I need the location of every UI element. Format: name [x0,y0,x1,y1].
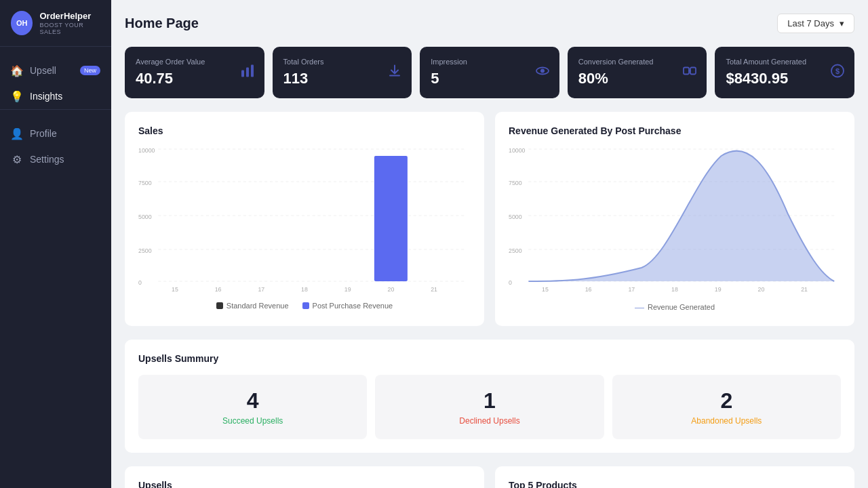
metric-label: Average Order Value [136,58,254,66]
upsells-summary-title: Upsells Summury [138,353,841,364]
svg-text:0: 0 [509,279,512,286]
logo: OH OrderHelper BOOST YOUR SALES [0,0,111,47]
svg-rect-27 [374,156,408,281]
svg-text:18: 18 [301,286,308,293]
svg-text:19: 19 [344,286,351,293]
metric-value: 40.75 [136,70,254,87]
svg-point-5 [540,69,545,73]
bottom-row: Upsells 10000 7500 5000 2500 [125,466,854,488]
sidebar-item-label: Profile [30,128,57,139]
page-header: Home Page Last 7 Days ▾ [125,14,854,33]
sidebar-item-label: Insights [30,91,62,102]
succeed-label: Succeed Upsells [152,416,353,426]
upsells-chart-card: Upsells 10000 7500 5000 2500 [125,466,484,488]
download-icon [387,64,402,82]
svg-text:7500: 7500 [138,180,152,186]
date-filter[interactable]: Last 7 Days ▾ [777,14,854,33]
svg-text:15: 15 [542,286,549,293]
conversion-icon [682,64,697,82]
svg-text:16: 16 [215,286,222,293]
svg-text:$: $ [835,67,840,75]
metric-value: 80% [578,70,696,87]
metrics-row: Average Order Value 40.75 Total Orders 1… [125,47,854,98]
profile-icon: 👤 [11,127,23,140]
sidebar-item-label: Settings [30,154,64,165]
metric-conversion: Conversion Generated 80% [568,47,707,98]
svg-text:21: 21 [801,286,808,293]
sidebar-bottom: 👤 Profile ⚙ Settings [0,109,111,183]
svg-text:21: 21 [431,286,437,293]
svg-rect-6 [684,68,689,75]
revenue-chart-area: 10000 7500 5000 2500 0 15 16 17 18 [509,146,841,295]
sidebar-item-label: Upsell [30,65,56,76]
metric-value: 113 [283,70,401,87]
page-title: Home Page [125,16,199,31]
sidebar-item-profile[interactable]: 👤 Profile [0,121,111,146]
sales-chart-area: .grid-line { stroke: #ddd; stroke-dashar… [138,146,471,295]
revenue-chart-title: Revenue Generated By Post Purchase [509,125,841,136]
top-products-card: Top 5 Products 👟 ADIDAS | KID'S STAN SMI… [495,466,854,488]
svg-rect-1 [246,68,249,77]
dollar-icon: $ [830,64,845,82]
svg-text:10000: 10000 [138,147,155,154]
sales-chart-legend: Standard Revenue Post Purchase Revenue [138,302,471,310]
sidebar-item-upsell[interactable]: 🏠 Upsell New [0,58,111,83]
svg-text:20: 20 [387,286,394,293]
sales-chart-title: Sales [138,125,471,136]
insights-icon: 💡 [11,90,23,102]
legend-standard: Standard Revenue [216,302,289,310]
abandoned-label: Abandoned Upsells [626,416,827,426]
svg-text:2500: 2500 [138,247,152,254]
upsells-chart-title: Upsells [138,480,471,488]
app-name: OrderHelper [39,11,100,22]
declined-label: Declined Upsells [389,416,590,426]
settings-icon: ⚙ [11,153,23,165]
succeed-count: 4 [152,388,353,413]
revenue-chart-card: Revenue Generated By Post Purchase 10000… [495,112,854,326]
svg-text:5000: 5000 [138,214,152,220]
svg-text:17: 17 [628,286,635,293]
new-badge: New [80,66,100,75]
legend-color [302,302,309,309]
main-content: Home Page Last 7 Days ▾ Average Order Va… [111,0,868,488]
eye-icon [535,64,550,82]
svg-rect-7 [690,68,696,75]
svg-rect-2 [251,65,254,77]
metric-label: Total Orders [283,58,401,66]
chevron-down-icon: ▾ [840,18,844,28]
svg-text:19: 19 [715,286,722,293]
metric-label: Impression [431,58,549,66]
legend-post-purchase: Post Purchase Revenue [302,302,393,310]
charts-row: Sales .grid-line { stroke: #ddd; stroke-… [125,112,854,326]
metric-value: $8430.95 [726,70,844,87]
svg-text:7500: 7500 [509,180,522,186]
sidebar: OH OrderHelper BOOST YOUR SALES 🏠 Upsell… [0,0,111,488]
bar-chart-icon [240,64,255,82]
declined-count: 1 [389,388,590,413]
abandoned-upsells-card: 2 Abandoned Upsells [612,375,841,439]
revenue-chart-legend: — Revenue Generated [509,302,841,312]
home-icon: 🏠 [11,64,23,77]
legend-revenue: — Revenue Generated [635,302,715,312]
sidebar-nav: 🏠 Upsell New 💡 Insights 👤 Profile ⚙ Sett… [0,47,111,488]
logo-icon: OH [11,11,33,35]
sidebar-item-insights[interactable]: 💡 Insights [0,83,111,109]
svg-text:2500: 2500 [509,247,522,254]
sidebar-item-settings[interactable]: ⚙ Settings [0,146,111,172]
metric-total-orders: Total Orders 113 [273,47,412,98]
svg-text:10000: 10000 [509,147,526,154]
metric-label: Conversion Generated [578,58,696,66]
svg-text:20: 20 [757,286,764,293]
svg-text:16: 16 [585,286,592,293]
metric-total-amount: Total Amount Generated $8430.95 $ [715,47,854,98]
sales-chart-card: Sales .grid-line { stroke: #ddd; stroke-… [125,112,484,326]
svg-text:18: 18 [671,286,678,293]
svg-text:5000: 5000 [509,214,522,220]
abandoned-count: 2 [626,388,827,413]
top-products-title: Top 5 Products [509,480,841,488]
svg-rect-0 [241,70,244,77]
upsells-summary-section: Upsells Summury 4 Succeed Upsells 1 Decl… [125,340,854,453]
metric-label: Total Amount Generated [726,58,844,66]
legend-color [216,302,223,309]
app-tagline: BOOST YOUR SALES [39,22,100,35]
